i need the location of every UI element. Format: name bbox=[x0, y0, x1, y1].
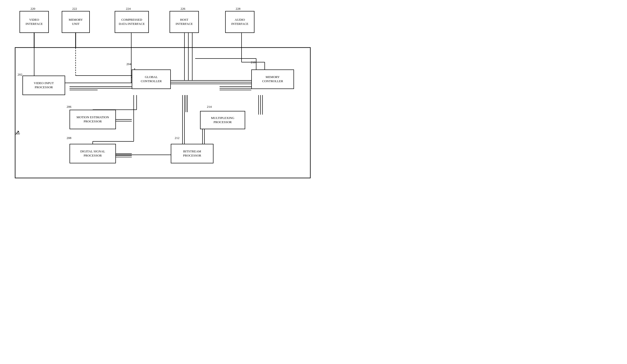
ref-222: 222 bbox=[72, 7, 77, 11]
ref-204: 204 bbox=[126, 62, 131, 66]
ref-200-arrow: ↗ bbox=[15, 129, 19, 136]
ref-214: 214 bbox=[207, 105, 212, 109]
motion-estimation-processor-block: MOTION ESTIMATIONPROCESSOR bbox=[69, 110, 116, 129]
ref-228: 228 bbox=[236, 7, 241, 11]
svg-rect-0 bbox=[15, 47, 310, 178]
memory-unit-block: MEMORYUNIT bbox=[62, 11, 90, 33]
video-interface-block: VIDEOINTERFACE bbox=[19, 11, 49, 33]
global-controller-block: GLOBALCONTROLLER bbox=[132, 69, 171, 89]
diagram: 220 222 224 226 228 202 204 210 206 214 … bbox=[0, 0, 314, 182]
bitstream-processor-block: BITSTREAMPROCESSOR bbox=[171, 144, 213, 163]
ref-224: 224 bbox=[126, 7, 131, 11]
host-interface-block: HOSTINTERFACE bbox=[169, 11, 199, 33]
ref-226: 226 bbox=[181, 7, 185, 11]
ref-212: 212 bbox=[175, 136, 180, 140]
video-input-processor-block: VIDEO INPUTPROCESSOR bbox=[22, 76, 65, 95]
multiplexing-processor-block: MULTIPLEXINGPROCESSOR bbox=[200, 111, 245, 129]
digital-signal-processor-block: DIGITAL SIGNALPROCESSOR bbox=[69, 144, 116, 163]
ref-206: 206 bbox=[67, 105, 71, 109]
compressed-data-interface-block: COMPRESSEDDATA INTERFACE bbox=[115, 11, 149, 33]
ref-210: 210 bbox=[251, 60, 256, 64]
ref-220: 220 bbox=[31, 7, 35, 11]
ref-208: 208 bbox=[67, 136, 71, 140]
memory-controller-block: MEMORYCONTROLLER bbox=[251, 69, 294, 89]
ref-202: 202 bbox=[18, 73, 22, 77]
audio-interface-block: AUDIOINTERFACE bbox=[225, 11, 255, 33]
